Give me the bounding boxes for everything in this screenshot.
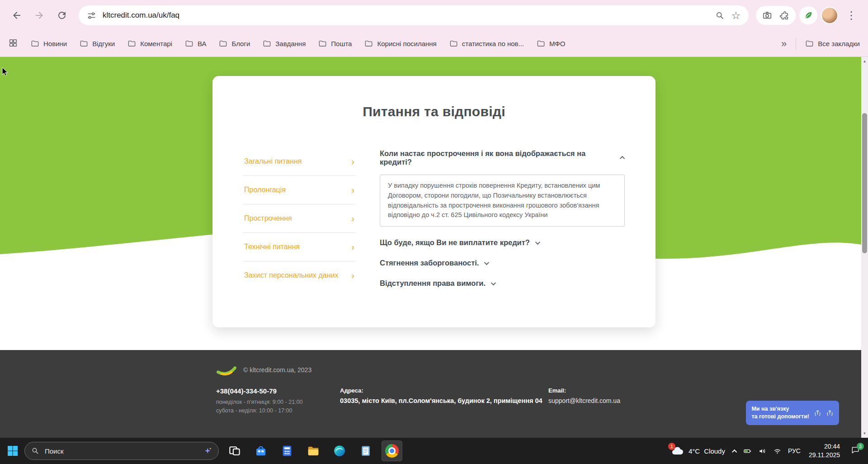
language-indicator[interactable]: РУС (788, 447, 801, 455)
url-text[interactable]: kltcredit.com.ua/uk/faq (103, 11, 709, 20)
browser-menu-button[interactable]: ⋮ (842, 6, 861, 25)
folder-icon (185, 39, 193, 48)
eco-extension-button[interactable] (799, 6, 817, 24)
zoom-icon[interactable] (715, 11, 725, 20)
faq-question-4[interactable]: Відступлення права вимоги. (380, 279, 625, 288)
bookmark-korysni-posylannia[interactable]: Корисні посилання (364, 39, 436, 48)
bookmark-novyny[interactable]: Новини (31, 39, 67, 48)
windows-taskbar: Поиск (0, 438, 868, 464)
faq-question-1[interactable]: Коли настає прострочення і як вона відоб… (380, 149, 625, 166)
bookmarks-overflow-button[interactable]: » (781, 39, 787, 49)
taskbar-app-notepad[interactable] (355, 440, 376, 461)
extensions-puzzle-icon[interactable] (779, 10, 789, 20)
calculator-icon (280, 444, 294, 458)
forward-button[interactable] (30, 6, 49, 25)
weather-widget[interactable]: 1 4°C Cloudy (671, 445, 725, 456)
battery-icon (743, 447, 752, 455)
chat-text: Ми на зв'язку та готові допомогти! (751, 405, 809, 421)
wifi-icon (773, 447, 782, 455)
battery-button[interactable] (743, 447, 752, 455)
search-icon (31, 447, 39, 455)
folder-icon (364, 39, 373, 48)
bookmark-zavdannia[interactable]: Завдання (263, 39, 306, 48)
tray-expand-button[interactable] (733, 447, 737, 455)
reload-button[interactable] (52, 6, 71, 25)
footer-brand-row: © kltcredit.com.ua, 2023 (216, 364, 868, 376)
windows-logo-icon (6, 445, 19, 457)
folder-icon (127, 39, 136, 48)
page-viewport: Питання та відповіді Загальні питання › … (0, 57, 868, 438)
email-value[interactable]: support@kltcredit.com.ua (548, 397, 620, 404)
email-label: Email: (548, 387, 620, 394)
bookmark-label: Відгуки (92, 40, 115, 47)
scrollbar-thumb[interactable] (862, 113, 867, 253)
bookmark-label: Пошта (331, 40, 352, 47)
volume-button[interactable] (758, 447, 767, 455)
menu-item-overdue[interactable]: Прострочення › (243, 204, 355, 233)
profile-avatar[interactable] (821, 7, 838, 24)
taskbar-app-task-view[interactable] (224, 440, 245, 461)
menu-item-label: Технічні питання (244, 243, 300, 251)
footer-address-column: Адреса: 03035, місто Київ, пл.Солом'янсь… (340, 387, 548, 416)
bookmark-komentari[interactable]: Коментарі (127, 39, 172, 48)
bookmark-mfo[interactable]: МФО (537, 39, 565, 48)
taskbar-app-edge[interactable] (329, 440, 350, 461)
all-bookmarks-button[interactable]: Все закладки (805, 39, 860, 48)
bookmark-vidguky[interactable]: Відгуки (80, 39, 115, 48)
question-text: Коли настає прострочення і як вона відоб… (380, 149, 616, 166)
reload-icon (57, 10, 67, 21)
faq-question-3[interactable]: Стягнення заборгованості. (380, 259, 625, 267)
menu-item-label: Пролонгація (244, 186, 286, 194)
taskbar-clock[interactable]: 20:44 29.11.2025 (809, 442, 840, 459)
bookmark-label: Корисні посилання (377, 40, 436, 47)
menu-item-prolongation[interactable]: Пролонгація › (243, 176, 355, 204)
taskbar-right: 1 4°C Cloudy (671, 442, 863, 459)
apps-grid-button[interactable] (8, 38, 18, 50)
chevron-up-icon (620, 156, 625, 161)
faq-questions: Коли настає прострочення і як вона відоб… (380, 147, 625, 289)
chevron-up-icon (732, 450, 737, 455)
start-button[interactable] (6, 445, 19, 457)
bookmark-va[interactable]: ВА (185, 39, 207, 48)
chat-widget[interactable]: Ми на зв'язку та готові допомогти! (746, 401, 839, 425)
bookmark-star-icon[interactable]: ☆ (731, 10, 741, 21)
edge-browser-icon (333, 444, 346, 458)
extensions-pill (756, 6, 796, 25)
site-controls-icon[interactable] (87, 11, 96, 20)
folder-icon (31, 39, 39, 48)
notepad-icon (359, 444, 373, 458)
camera-extension-icon[interactable] (762, 10, 772, 20)
menu-item-personal-data[interactable]: Захист персональних даних › (243, 261, 355, 289)
taskbar-app-calculator[interactable] (277, 440, 297, 461)
question-text: Стягнення заборгованості. (380, 259, 479, 267)
notification-center-button[interactable]: 3 (848, 444, 863, 458)
search-placeholder[interactable]: Поиск (45, 447, 198, 455)
faq-answer-1: У випадку порушення строків повернення К… (380, 175, 625, 227)
back-button[interactable] (7, 6, 26, 25)
menu-item-technical[interactable]: Технічні питання › (243, 233, 355, 261)
scroll-down-arrow[interactable]: ▼ (861, 431, 868, 436)
phone-number[interactable]: +38(044)-334-50-79 (216, 387, 340, 395)
bookmarks-bar: Новини Відгуки Коментарі ВА Блоги Завдан… (0, 31, 868, 57)
taskbar-app-chrome[interactable] (382, 440, 402, 461)
copilot-sparkle-icon[interactable] (204, 447, 212, 455)
chevron-right-icon: › (351, 185, 354, 194)
folder-icon (219, 39, 227, 48)
taskbar-app-store[interactable] (250, 440, 271, 461)
bookmark-poshta[interactable]: Пошта (318, 39, 352, 48)
network-button[interactable] (773, 447, 782, 455)
bookmark-blogy[interactable]: Блоги (219, 39, 250, 48)
scroll-up-arrow[interactable]: ▲ (861, 59, 868, 63)
file-explorer-icon (307, 444, 320, 458)
taskbar-search-box[interactable]: Поиск (24, 442, 219, 460)
bookmark-statystyka[interactable]: статистика по нов... (449, 39, 524, 48)
page-scrollbar[interactable]: ▲ ▼ (861, 57, 868, 438)
chevron-right-icon: › (351, 157, 354, 166)
bookmark-label: Завдання (275, 40, 306, 47)
menu-item-general[interactable]: Загальні питання › (243, 147, 355, 176)
notification-badge: 3 (857, 443, 864, 450)
footer-phone-column: +38(044)-334-50-79 понеділок - п'ятниця:… (216, 387, 340, 416)
address-bar[interactable]: kltcredit.com.ua/uk/faq ☆ (79, 5, 749, 25)
faq-question-2[interactable]: Що буде, якщо Ви не виплатите кредит? (380, 238, 625, 247)
taskbar-app-file-explorer[interactable] (303, 440, 324, 461)
